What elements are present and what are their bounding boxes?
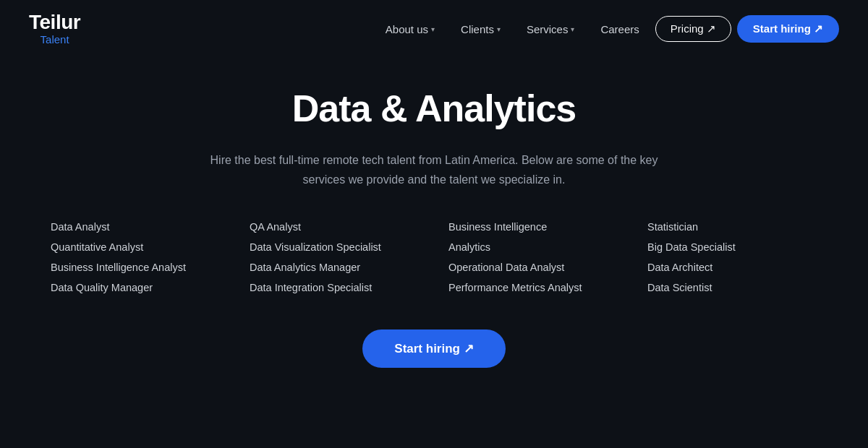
list-item[interactable]: Data Architect: [647, 262, 817, 273]
list-item[interactable]: Business Intelligence Analyst: [51, 262, 221, 273]
navbar: Teilur Talent About us ▾ Clients ▾ Servi…: [0, 0, 868, 58]
chevron-down-icon: ▾: [431, 25, 435, 33]
list-item[interactable]: Operational Data Analyst: [448, 262, 618, 273]
logo-subtitle: Talent: [29, 34, 80, 46]
main-content: Data & Analytics Hire the best full-time…: [0, 58, 868, 368]
list-item[interactable]: Data Analyst: [51, 221, 221, 233]
nav-services[interactable]: Services ▾: [516, 17, 585, 41]
list-item[interactable]: Data Quality Manager: [51, 282, 221, 293]
talent-grid: Data Analyst Quantitative Analyst Busine…: [36, 221, 832, 293]
list-item[interactable]: Performance Metrics Analyst: [448, 282, 618, 293]
logo-name: Teilur: [29, 12, 80, 34]
list-item[interactable]: Business Intelligence: [448, 221, 618, 233]
list-item[interactable]: Quantitative Analyst: [51, 241, 221, 253]
nav-about[interactable]: About us ▾: [375, 17, 445, 41]
cta-section: Start hiring ↗: [362, 329, 505, 368]
talent-column-1: Data Analyst Quantitative Analyst Busine…: [36, 221, 235, 293]
talent-column-2: QA Analyst Data Visualization Specialist…: [235, 221, 434, 293]
talent-column-4: Statistician Big Data Specialist Data Ar…: [633, 221, 832, 293]
list-item[interactable]: Analytics: [448, 241, 618, 253]
page-subtitle: Hire the best full-time remote tech tale…: [188, 150, 680, 189]
pricing-button[interactable]: Pricing ↗: [655, 16, 731, 42]
chevron-down-icon: ▾: [571, 25, 574, 33]
chevron-down-icon: ▾: [497, 25, 501, 33]
list-item[interactable]: QA Analyst: [250, 221, 420, 233]
list-item[interactable]: Data Scientist: [647, 282, 817, 293]
nav-links: About us ▾ Clients ▾ Services ▾ Careers …: [375, 15, 839, 43]
list-item[interactable]: Big Data Specialist: [647, 241, 817, 253]
start-hiring-button-nav[interactable]: Start hiring ↗: [737, 15, 839, 43]
nav-careers[interactable]: Careers: [590, 17, 649, 41]
list-item[interactable]: Data Visualization Specialist: [250, 241, 420, 253]
start-hiring-button-cta[interactable]: Start hiring ↗: [362, 329, 505, 368]
page-title: Data & Analytics: [292, 87, 576, 130]
list-item[interactable]: Data Analytics Manager: [250, 262, 420, 273]
list-item[interactable]: Data Integration Specialist: [250, 282, 420, 293]
logo[interactable]: Teilur Talent: [29, 12, 80, 46]
list-item[interactable]: Statistician: [647, 221, 817, 233]
nav-clients[interactable]: Clients ▾: [451, 17, 511, 41]
talent-column-3: Business Intelligence Analytics Operatio…: [434, 221, 633, 293]
